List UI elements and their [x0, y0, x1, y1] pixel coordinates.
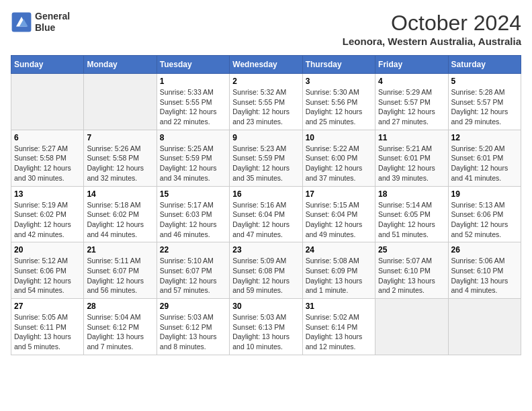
day-info: Sunrise: 5:11 AMSunset: 6:07 PMDaylight:… — [87, 256, 153, 295]
calendar-cell: 18Sunrise: 5:14 AMSunset: 6:05 PMDayligh… — [375, 186, 448, 242]
header-day-thursday: Thursday — [302, 56, 375, 74]
header-row: SundayMondayTuesdayWednesdayThursdayFrid… — [11, 56, 521, 74]
day-info: Sunrise: 5:27 AMSunset: 5:58 PMDaylight:… — [14, 144, 81, 183]
main-title: October 2024 — [343, 11, 521, 36]
day-info: Sunrise: 5:03 AMSunset: 6:12 PMDaylight:… — [160, 312, 226, 352]
day-number: 7 — [87, 133, 153, 142]
calendar-cell: 14Sunrise: 5:18 AMSunset: 6:02 PMDayligh… — [84, 186, 157, 242]
logo: General Blue — [11, 11, 70, 34]
header-day-monday: Monday — [84, 56, 157, 74]
week-row-3: 20Sunrise: 5:12 AMSunset: 6:06 PMDayligh… — [11, 242, 521, 299]
logo-line1: General — [35, 11, 70, 22]
day-number: 19 — [451, 189, 518, 199]
day-info: Sunrise: 5:06 AMSunset: 6:10 PMDaylight:… — [451, 256, 518, 295]
calendar-cell: 15Sunrise: 5:17 AMSunset: 6:03 PMDayligh… — [157, 186, 229, 242]
calendar-cell — [448, 299, 521, 355]
calendar-cell: 25Sunrise: 5:07 AMSunset: 6:10 PMDayligh… — [375, 242, 448, 299]
day-number: 6 — [14, 133, 81, 142]
calendar-cell: 26Sunrise: 5:06 AMSunset: 6:10 PMDayligh… — [448, 242, 521, 299]
day-info: Sunrise: 5:21 AMSunset: 6:01 PMDaylight:… — [378, 144, 445, 183]
day-info: Sunrise: 5:18 AMSunset: 6:02 PMDaylight:… — [87, 200, 153, 240]
day-number: 17 — [306, 189, 372, 199]
calendar-cell: 13Sunrise: 5:19 AMSunset: 6:02 PMDayligh… — [11, 186, 84, 242]
day-info: Sunrise: 5:05 AMSunset: 6:11 PMDaylight:… — [14, 312, 81, 352]
logo-text: General Blue — [35, 11, 70, 34]
calendar-cell: 11Sunrise: 5:21 AMSunset: 6:01 PMDayligh… — [375, 130, 448, 186]
day-number: 18 — [378, 189, 445, 199]
calendar-cell: 19Sunrise: 5:13 AMSunset: 6:06 PMDayligh… — [448, 186, 521, 242]
calendar-table: SundayMondayTuesdayWednesdayThursdayFrid… — [11, 55, 521, 355]
calendar-cell: 5Sunrise: 5:28 AMSunset: 5:57 PMDaylight… — [448, 74, 521, 130]
day-info: Sunrise: 5:25 AMSunset: 5:59 PMDaylight:… — [160, 144, 226, 183]
day-info: Sunrise: 5:13 AMSunset: 6:06 PMDaylight:… — [451, 200, 518, 240]
calendar-cell: 9Sunrise: 5:23 AMSunset: 5:59 PMDaylight… — [230, 130, 302, 186]
day-info: Sunrise: 5:30 AMSunset: 5:56 PMDaylight:… — [306, 87, 372, 127]
calendar-cell: 2Sunrise: 5:32 AMSunset: 5:55 PMDaylight… — [230, 74, 302, 130]
day-info: Sunrise: 5:14 AMSunset: 6:05 PMDaylight:… — [378, 200, 445, 240]
day-info: Sunrise: 5:26 AMSunset: 5:58 PMDaylight:… — [87, 144, 153, 183]
day-info: Sunrise: 5:08 AMSunset: 6:09 PMDaylight:… — [306, 256, 372, 295]
day-info: Sunrise: 5:02 AMSunset: 6:14 PMDaylight:… — [306, 312, 372, 352]
calendar-cell: 30Sunrise: 5:03 AMSunset: 6:13 PMDayligh… — [230, 299, 302, 355]
day-number: 30 — [232, 302, 299, 311]
calendar-cell: 21Sunrise: 5:11 AMSunset: 6:07 PMDayligh… — [84, 242, 157, 299]
calendar-cell: 1Sunrise: 5:33 AMSunset: 5:55 PMDaylight… — [157, 74, 229, 130]
day-number: 22 — [160, 245, 226, 255]
calendar-cell: 22Sunrise: 5:10 AMSunset: 6:07 PMDayligh… — [157, 242, 229, 299]
day-number: 16 — [232, 189, 299, 199]
header-day-saturday: Saturday — [448, 56, 521, 74]
day-number: 24 — [306, 245, 372, 255]
week-row-4: 27Sunrise: 5:05 AMSunset: 6:11 PMDayligh… — [11, 299, 521, 355]
day-number: 31 — [306, 302, 372, 311]
calendar-cell: 20Sunrise: 5:12 AMSunset: 6:06 PMDayligh… — [11, 242, 84, 299]
day-info: Sunrise: 5:12 AMSunset: 6:06 PMDaylight:… — [14, 256, 81, 295]
day-number: 10 — [306, 133, 372, 142]
day-info: Sunrise: 5:09 AMSunset: 6:08 PMDaylight:… — [232, 256, 299, 295]
day-number: 13 — [14, 189, 81, 199]
day-number: 1 — [160, 77, 226, 86]
title-block: October 2024 Leonora, Western Australia,… — [343, 11, 521, 47]
subtitle: Leonora, Western Australia, Australia — [343, 36, 521, 47]
calendar-cell: 3Sunrise: 5:30 AMSunset: 5:56 PMDaylight… — [302, 74, 375, 130]
week-row-2: 13Sunrise: 5:19 AMSunset: 6:02 PMDayligh… — [11, 186, 521, 242]
day-info: Sunrise: 5:07 AMSunset: 6:10 PMDaylight:… — [378, 256, 445, 295]
day-info: Sunrise: 5:29 AMSunset: 5:57 PMDaylight:… — [378, 87, 445, 127]
day-number: 23 — [232, 245, 299, 255]
day-number: 12 — [451, 133, 518, 142]
calendar-cell: 28Sunrise: 5:04 AMSunset: 6:12 PMDayligh… — [84, 299, 157, 355]
header-day-wednesday: Wednesday — [230, 56, 302, 74]
calendar-cell: 4Sunrise: 5:29 AMSunset: 5:57 PMDaylight… — [375, 74, 448, 130]
calendar-cell: 23Sunrise: 5:09 AMSunset: 6:08 PMDayligh… — [230, 242, 302, 299]
calendar-cell: 16Sunrise: 5:16 AMSunset: 6:04 PMDayligh… — [230, 186, 302, 242]
logo-line2: Blue — [35, 22, 70, 34]
calendar-cell: 24Sunrise: 5:08 AMSunset: 6:09 PMDayligh… — [302, 242, 375, 299]
day-info: Sunrise: 5:22 AMSunset: 6:00 PMDaylight:… — [306, 144, 372, 183]
logo-icon — [11, 11, 32, 33]
calendar-cell — [11, 74, 84, 130]
calendar-cell: 17Sunrise: 5:15 AMSunset: 6:04 PMDayligh… — [302, 186, 375, 242]
calendar-body: 1Sunrise: 5:33 AMSunset: 5:55 PMDaylight… — [11, 74, 521, 355]
day-number: 15 — [160, 189, 226, 199]
day-number: 4 — [378, 77, 445, 86]
day-number: 5 — [451, 77, 518, 86]
calendar-cell: 7Sunrise: 5:26 AMSunset: 5:58 PMDaylight… — [84, 130, 157, 186]
calendar-cell: 6Sunrise: 5:27 AMSunset: 5:58 PMDaylight… — [11, 130, 84, 186]
day-number: 8 — [160, 133, 226, 142]
calendar-cell: 12Sunrise: 5:20 AMSunset: 6:01 PMDayligh… — [448, 130, 521, 186]
day-info: Sunrise: 5:16 AMSunset: 6:04 PMDaylight:… — [232, 200, 299, 240]
day-number: 26 — [451, 245, 518, 255]
day-number: 9 — [232, 133, 299, 142]
day-info: Sunrise: 5:23 AMSunset: 5:59 PMDaylight:… — [232, 144, 299, 183]
calendar-cell — [375, 299, 448, 355]
day-info: Sunrise: 5:17 AMSunset: 6:03 PMDaylight:… — [160, 200, 226, 240]
calendar-cell: 31Sunrise: 5:02 AMSunset: 6:14 PMDayligh… — [302, 299, 375, 355]
day-number: 29 — [160, 302, 226, 311]
day-info: Sunrise: 5:20 AMSunset: 6:01 PMDaylight:… — [451, 144, 518, 183]
calendar-cell: 27Sunrise: 5:05 AMSunset: 6:11 PMDayligh… — [11, 299, 84, 355]
calendar-cell: 29Sunrise: 5:03 AMSunset: 6:12 PMDayligh… — [157, 299, 229, 355]
day-number: 3 — [306, 77, 372, 86]
day-info: Sunrise: 5:28 AMSunset: 5:57 PMDaylight:… — [451, 87, 518, 127]
day-number: 28 — [87, 302, 153, 311]
calendar-cell: 10Sunrise: 5:22 AMSunset: 6:00 PMDayligh… — [302, 130, 375, 186]
calendar-cell: 8Sunrise: 5:25 AMSunset: 5:59 PMDaylight… — [157, 130, 229, 186]
